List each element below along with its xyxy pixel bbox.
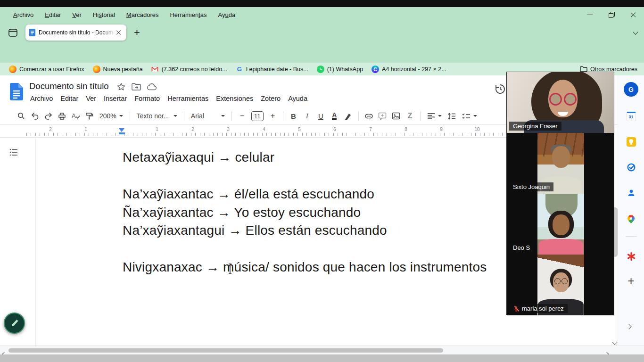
bookmark-item[interactable]: GI epiphanie date - Bus... [231, 65, 313, 74]
menu-ver[interactable]: Ver [66, 9, 87, 20]
google-docs-favicon [29, 29, 35, 36]
addon-button[interactable] [626, 251, 637, 262]
document-title[interactable]: Documento sin título [29, 81, 109, 91]
redo-button[interactable] [41, 110, 55, 123]
zotero-button[interactable]: Z [403, 110, 417, 123]
spelling-check-button[interactable]: A [69, 110, 83, 123]
list-all-tabs-button[interactable] [634, 27, 637, 36]
restore-button[interactable] [601, 7, 622, 23]
firefox-icon [93, 66, 100, 73]
document-text-line: Ña’xaỹiaxantac → Yo estoy escuchando [123, 205, 361, 220]
document-title-actions [117, 82, 157, 91]
show-outline-button[interactable] [8, 146, 20, 158]
close-button[interactable] [622, 7, 644, 23]
minimize-button[interactable] [579, 7, 601, 23]
bookmark-item[interactable]: (7.362 correos no leído... [147, 65, 231, 74]
tab-close-icon[interactable] [115, 29, 123, 36]
docs-menu-zotero[interactable]: Zotero [257, 93, 284, 104]
docs-menu-extensiones[interactable]: Extensiones [212, 93, 257, 104]
account-avatar[interactable]: G [624, 82, 638, 97]
menu-ayuda[interactable]: Ayuda [213, 9, 241, 20]
undo-icon [31, 112, 39, 120]
ruler-number: 10 [473, 127, 480, 132]
maps-button[interactable] [626, 213, 637, 224]
cloud-status-icon[interactable] [147, 83, 157, 90]
undo-button[interactable] [28, 110, 41, 123]
line-spacing-button[interactable] [445, 110, 459, 123]
menu-archivo[interactable]: Archivo [8, 9, 39, 20]
bookmark-item[interactable]: CA4 horizontal - 297 × 2... [367, 65, 451, 74]
text-color-button[interactable]: A [328, 110, 341, 123]
get-add-ons-button[interactable]: + [627, 274, 634, 288]
chevron-down-icon [438, 115, 442, 119]
participant-tile[interactable]: Deo S [507, 194, 614, 255]
print-button[interactable] [55, 110, 69, 123]
menu-marcadores[interactable]: Marcadores [121, 9, 165, 20]
firefox-view-button[interactable] [6, 26, 20, 39]
horizontal-scrollbar-thumb[interactable] [8, 348, 443, 353]
docs-menu-herramientas[interactable]: Herramientas [164, 93, 212, 104]
participant-tile[interactable]: Sixto Joaquin [507, 133, 614, 194]
scroll-down-button[interactable] [613, 337, 617, 346]
docs-menu-archivo[interactable]: Archivo [26, 93, 57, 104]
print-icon [58, 112, 66, 120]
styles-select[interactable]: Texto nor... [133, 112, 181, 120]
star-document-icon[interactable] [117, 82, 125, 91]
add-comment-button[interactable] [376, 110, 389, 123]
browser-window: ArchivoEditarVerHistorialMarcadoresHerra… [0, 0, 644, 362]
docs-menu-editar[interactable]: Editar [57, 93, 82, 104]
window-controls [579, 7, 644, 23]
hide-side-panel-button[interactable] [627, 322, 631, 330]
chevron-down-icon [473, 115, 477, 119]
bookmark-label: (7.362 correos no leído... [162, 66, 227, 73]
bookmark-label: A4 horizontal - 297 × 2... [382, 66, 446, 73]
window-bottom-strip [0, 354, 644, 362]
zoom-select[interactable]: 200% [96, 112, 126, 120]
indent-marker[interactable] [119, 128, 125, 136]
move-to-folder-icon[interactable] [132, 83, 141, 90]
docs-menu-ayuda[interactable]: Ayuda [284, 93, 311, 104]
tasks-button[interactable] [626, 162, 637, 173]
search-menus-button[interactable] [14, 110, 28, 123]
menu-historial[interactable]: Historial [87, 9, 121, 20]
italic-button[interactable]: I [300, 110, 314, 123]
keep-button[interactable] [626, 136, 637, 148]
browser-tab[interactable]: Documento sin título - Docume [25, 25, 126, 41]
docs-menu-insertar[interactable]: Insertar [100, 93, 131, 104]
ruler-number: 1 [83, 127, 88, 132]
calendar-button[interactable]: 31 [626, 111, 637, 122]
font-select[interactable]: Arial [188, 112, 228, 120]
menu-editar[interactable]: Editar [39, 9, 66, 20]
align-select[interactable] [424, 113, 445, 119]
bookmark-item[interactable]: Comenzar a usar Firefox [5, 65, 89, 74]
insert-link-button[interactable] [362, 110, 376, 123]
bookmark-item[interactable]: (1) WhatsApp [313, 65, 367, 74]
chevron-down-icon [173, 115, 177, 119]
bookmark-item[interactable]: Nueva pestaña [89, 65, 147, 74]
paint-format-button[interactable] [83, 110, 96, 123]
ruler-number: 1 [155, 127, 159, 132]
participant-tile[interactable]: Georgina Fraser [507, 72, 614, 133]
docs-menu-formato[interactable]: Formato [131, 93, 164, 104]
highlighter-icon [344, 112, 352, 120]
participant-name: Deo S [509, 243, 534, 252]
checklist-select[interactable] [459, 113, 480, 120]
insert-image-button[interactable] [389, 110, 403, 123]
new-tab-button[interactable]: + [134, 28, 140, 37]
contacts-button[interactable] [626, 187, 637, 198]
decrease-font-size-button[interactable]: − [235, 110, 249, 123]
version-history-button[interactable] [495, 83, 506, 95]
increase-font-size-button[interactable]: + [266, 110, 280, 123]
horizontal-scrollbar[interactable] [0, 346, 644, 354]
menu-herramientas[interactable]: Herramientas [164, 9, 212, 20]
highlight-color-button[interactable] [341, 110, 355, 123]
bold-button[interactable]: B [287, 110, 300, 123]
font-size-input[interactable]: 11 [251, 111, 264, 121]
docs-menu-ver[interactable]: Ver [82, 93, 100, 104]
participant-tile[interactable]: maria sol perez [507, 255, 614, 315]
underline-button[interactable]: U [314, 110, 328, 123]
participant-name: maria sol perez [509, 304, 568, 313]
video-call-panel[interactable]: Georgina FraserSixto JoaquinDeo Smaria s… [506, 72, 614, 315]
annotation-tool-button[interactable] [4, 313, 25, 334]
link-icon [364, 113, 373, 120]
